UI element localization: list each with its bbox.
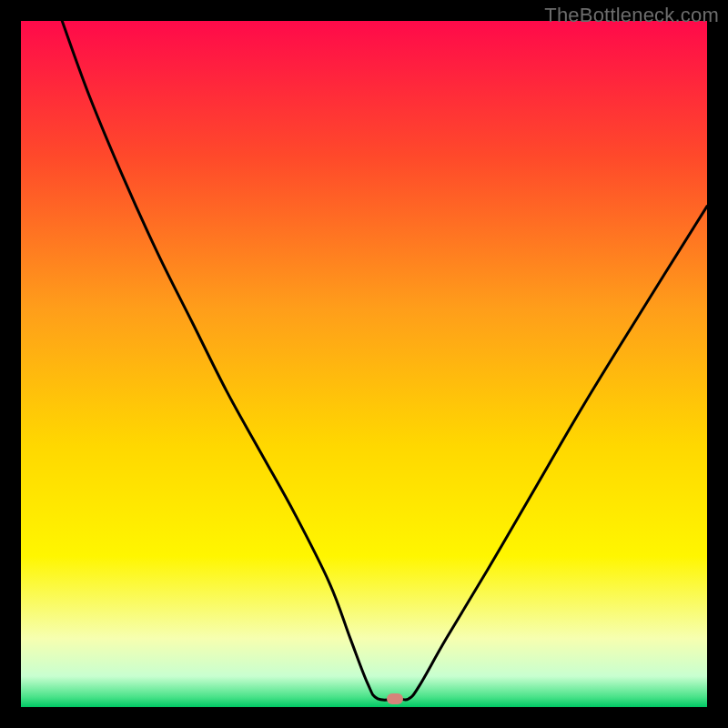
curve-layer: [21, 21, 707, 707]
watermark-text: TheBottleneck.com: [544, 4, 719, 27]
bottleneck-curve: [62, 21, 707, 700]
plot-area: [21, 21, 707, 707]
optimal-point-marker: [387, 693, 403, 704]
chart-frame: TheBottleneck.com: [0, 0, 728, 728]
